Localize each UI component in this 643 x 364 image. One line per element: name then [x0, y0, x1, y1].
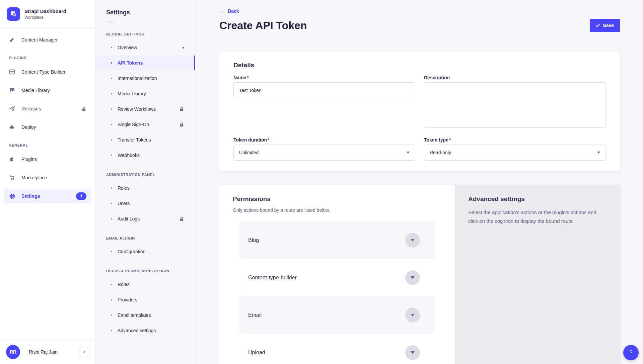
accordion-label: Email: [248, 312, 262, 318]
chevron-left-icon: ‹: [83, 349, 85, 355]
advanced-settings-title: Advanced settings: [468, 195, 606, 203]
lock-icon: [81, 106, 86, 111]
subnav-item-single-sign-on[interactable]: Single Sign-On: [95, 117, 195, 132]
gear-icon: [9, 193, 15, 199]
puzzle-icon: [9, 156, 15, 163]
subnav-item-label: Roles: [118, 282, 130, 287]
bullet-icon: [111, 47, 112, 48]
caret-down-icon: [597, 152, 600, 154]
sidebar-item-media-library[interactable]: Media Library: [4, 83, 91, 98]
lock-icon: [179, 216, 184, 221]
accordion-toggle-button[interactable]: [405, 308, 420, 323]
back-link[interactable]: ← Back: [219, 8, 239, 14]
subnav-item-admin-roles[interactable]: Roles: [95, 181, 195, 195]
token-type-field-group: Token type* Read-only: [424, 137, 606, 161]
user-name: Rishi Raj Jain: [25, 349, 74, 355]
page-title: Create API Token: [219, 19, 307, 32]
subnav-item-transfer-tokens[interactable]: Transfer Tokens: [95, 132, 195, 147]
required-asterisk: *: [268, 137, 269, 143]
subnav-item-configuration[interactable]: Configuration: [95, 244, 195, 259]
sidebar-item-label: Settings: [21, 193, 40, 199]
sidebar-item-releases[interactable]: Releases: [4, 101, 91, 116]
bullet-icon: [111, 62, 112, 64]
name-input[interactable]: [233, 82, 415, 98]
main-content: ← Back Create API Token Save Details Nam…: [195, 0, 643, 364]
advanced-settings-panel: Advanced settings Select the application…: [455, 185, 620, 364]
save-button[interactable]: Save: [590, 19, 620, 32]
back-label: Back: [228, 8, 239, 14]
subnav-title: Settings: [95, 0, 195, 16]
sidebar-item-marketplace[interactable]: Marketplace: [4, 170, 91, 185]
caret-down-icon: [411, 351, 415, 354]
required-asterisk: *: [247, 75, 248, 80]
accordion-email[interactable]: Email: [239, 296, 435, 334]
accordion-blog[interactable]: Blog: [239, 221, 435, 259]
workspace-brand[interactable]: Strapi Dashboard Workplace: [0, 0, 95, 28]
token-duration-select[interactable]: Unlimited: [233, 145, 415, 161]
sidebar-item-plugins[interactable]: Plugins: [4, 152, 91, 167]
sidebar-collapse-button[interactable]: ‹: [79, 347, 89, 357]
subnav-item-admin-users[interactable]: Users: [95, 196, 195, 211]
accordion-label: Content-type-builder: [248, 275, 297, 281]
details-card: Details Name* Description Token duration…: [219, 52, 620, 171]
question-mark-icon: ?: [629, 349, 632, 356]
accordion-toggle-button[interactable]: [405, 270, 420, 285]
subnav-item-internationalization[interactable]: Internationalization: [95, 71, 195, 86]
avatar[interactable]: RR: [6, 345, 20, 359]
subnav-item-label: Single Sign-On: [118, 122, 149, 127]
accordion-content-type-builder[interactable]: Content-type-builder: [239, 259, 435, 296]
accordion-toggle-button[interactable]: [405, 233, 420, 248]
bullet-icon: [111, 139, 112, 141]
description-textarea[interactable]: [424, 82, 606, 128]
image-icon: [9, 87, 15, 94]
app-window: Strapi Dashboard Workplace Content Manag…: [0, 0, 643, 364]
subnav-item-review-workflows[interactable]: Review Workflows: [95, 102, 195, 116]
help-button[interactable]: ?: [623, 345, 639, 360]
sidebar-item-label: Media Library: [21, 88, 50, 93]
subnav-item-api-tokens[interactable]: API Tokens: [95, 56, 195, 70]
caret-down-icon: [411, 239, 415, 242]
sidebar-section-general: GENERAL: [4, 143, 91, 147]
workspace-subtitle: Workplace: [24, 15, 66, 20]
lock-icon: [179, 122, 184, 127]
arrow-left-icon: ←: [219, 8, 225, 14]
subnav-item-email-templates[interactable]: Email templates: [95, 308, 195, 323]
permissions-title: Permissions: [233, 195, 441, 203]
advanced-settings-description: Select the application's actions or the …: [468, 208, 597, 226]
subnav-item-media-library[interactable]: Media Library: [95, 86, 195, 101]
notification-dot-icon: [183, 47, 184, 49]
sidebar-section-plugins: PLUGINS: [4, 56, 91, 60]
caret-down-icon: [407, 152, 410, 154]
sidebar-item-settings[interactable]: Settings 1: [4, 189, 91, 203]
sidebar-item-label: Deploy: [21, 124, 36, 130]
sidebar-item-content-type-builder[interactable]: Content-Type Builder: [4, 65, 91, 79]
subnav-section-administration-panel: ADMINISTRATION PANEL: [95, 173, 195, 177]
bullet-icon: [111, 330, 112, 331]
bullet-icon: [111, 124, 112, 125]
token-type-select[interactable]: Read-only: [424, 145, 606, 161]
bullet-icon: [111, 251, 112, 252]
bullet-icon: [111, 218, 112, 219]
subnav-item-up-roles[interactable]: Roles: [95, 277, 195, 292]
accordion-toggle-button[interactable]: [405, 345, 420, 360]
subnav-item-providers[interactable]: Providers: [95, 292, 195, 307]
permissions-accordion-group: Blog Content-type-builder Email Upload: [239, 221, 435, 364]
subnav-item-label: Providers: [118, 297, 137, 302]
subnav-item-audit-logs[interactable]: Audit Logs: [95, 211, 195, 226]
subnav-item-label: Email templates: [118, 312, 151, 318]
details-fields: Name* Description Token duration* Unlimi…: [233, 75, 606, 161]
subnav-item-webhooks[interactable]: Webhooks: [95, 148, 195, 163]
subnav-item-label: Configuration: [118, 249, 145, 254]
brand-text: Strapi Dashboard Workplace: [24, 8, 66, 20]
sidebar-item-content-manager[interactable]: Content Manager: [4, 32, 91, 47]
name-label: Name*: [233, 75, 415, 80]
subnav-item-overview[interactable]: Overview: [95, 40, 195, 55]
accordion-upload[interactable]: Upload: [239, 334, 435, 364]
sidebar-item-deploy[interactable]: Deploy: [4, 120, 91, 134]
caret-down-icon: [411, 314, 415, 316]
bullet-icon: [111, 108, 112, 110]
description-field-group: Description: [424, 75, 606, 129]
check-icon: [596, 24, 600, 27]
page-header: Create API Token Save: [219, 19, 620, 32]
subnav-item-advanced-settings[interactable]: Advanced settings: [95, 323, 195, 338]
